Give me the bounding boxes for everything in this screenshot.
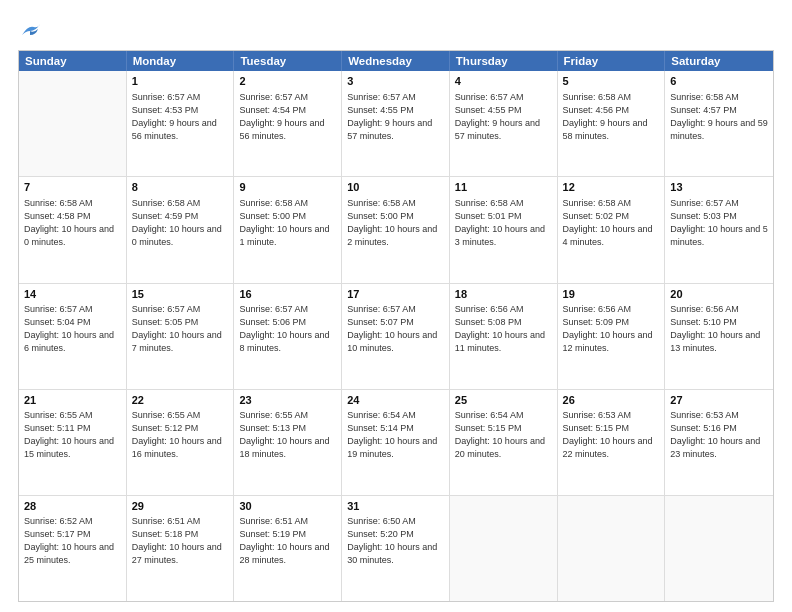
day-number: 20 bbox=[670, 287, 768, 302]
day-number: 15 bbox=[132, 287, 229, 302]
cell-info: Sunrise: 6:55 AMSunset: 5:11 PMDaylight:… bbox=[24, 409, 121, 461]
cell-info: Sunrise: 6:53 AMSunset: 5:16 PMDaylight:… bbox=[670, 409, 768, 461]
calendar-header: SundayMondayTuesdayWednesdayThursdayFrid… bbox=[19, 51, 773, 71]
calendar-cell-0-1: 1Sunrise: 6:57 AMSunset: 4:53 PMDaylight… bbox=[127, 71, 235, 176]
calendar-cell-0-5: 5Sunrise: 6:58 AMSunset: 4:56 PMDaylight… bbox=[558, 71, 666, 176]
calendar-cell-4-5 bbox=[558, 496, 666, 601]
calendar-cell-1-1: 8Sunrise: 6:58 AMSunset: 4:59 PMDaylight… bbox=[127, 177, 235, 282]
calendar-cell-4-6 bbox=[665, 496, 773, 601]
calendar-row-3: 21Sunrise: 6:55 AMSunset: 5:11 PMDayligh… bbox=[19, 390, 773, 496]
calendar-cell-4-0: 28Sunrise: 6:52 AMSunset: 5:17 PMDayligh… bbox=[19, 496, 127, 601]
page: SundayMondayTuesdayWednesdayThursdayFrid… bbox=[0, 0, 792, 612]
calendar-cell-1-6: 13Sunrise: 6:57 AMSunset: 5:03 PMDayligh… bbox=[665, 177, 773, 282]
day-number: 6 bbox=[670, 74, 768, 89]
cell-info: Sunrise: 6:58 AMSunset: 5:00 PMDaylight:… bbox=[347, 197, 444, 249]
day-number: 2 bbox=[239, 74, 336, 89]
calendar-cell-2-3: 17Sunrise: 6:57 AMSunset: 5:07 PMDayligh… bbox=[342, 284, 450, 389]
cell-info: Sunrise: 6:57 AMSunset: 5:06 PMDaylight:… bbox=[239, 303, 336, 355]
calendar-cell-3-0: 21Sunrise: 6:55 AMSunset: 5:11 PMDayligh… bbox=[19, 390, 127, 495]
day-number: 16 bbox=[239, 287, 336, 302]
cell-info: Sunrise: 6:57 AMSunset: 5:05 PMDaylight:… bbox=[132, 303, 229, 355]
header-day-monday: Monday bbox=[127, 51, 235, 71]
day-number: 18 bbox=[455, 287, 552, 302]
calendar-cell-1-2: 9Sunrise: 6:58 AMSunset: 5:00 PMDaylight… bbox=[234, 177, 342, 282]
cell-info: Sunrise: 6:58 AMSunset: 4:58 PMDaylight:… bbox=[24, 197, 121, 249]
header-day-tuesday: Tuesday bbox=[234, 51, 342, 71]
calendar: SundayMondayTuesdayWednesdayThursdayFrid… bbox=[18, 50, 774, 602]
cell-info: Sunrise: 6:51 AMSunset: 5:19 PMDaylight:… bbox=[239, 515, 336, 567]
day-number: 19 bbox=[563, 287, 660, 302]
calendar-cell-2-2: 16Sunrise: 6:57 AMSunset: 5:06 PMDayligh… bbox=[234, 284, 342, 389]
day-number: 9 bbox=[239, 180, 336, 195]
logo-text bbox=[18, 18, 42, 42]
cell-info: Sunrise: 6:58 AMSunset: 4:56 PMDaylight:… bbox=[563, 91, 660, 143]
cell-info: Sunrise: 6:55 AMSunset: 5:12 PMDaylight:… bbox=[132, 409, 229, 461]
day-number: 17 bbox=[347, 287, 444, 302]
header-day-thursday: Thursday bbox=[450, 51, 558, 71]
day-number: 22 bbox=[132, 393, 229, 408]
calendar-cell-0-6: 6Sunrise: 6:58 AMSunset: 4:57 PMDaylight… bbox=[665, 71, 773, 176]
cell-info: Sunrise: 6:57 AMSunset: 5:07 PMDaylight:… bbox=[347, 303, 444, 355]
calendar-cell-1-3: 10Sunrise: 6:58 AMSunset: 5:00 PMDayligh… bbox=[342, 177, 450, 282]
cell-info: Sunrise: 6:57 AMSunset: 5:04 PMDaylight:… bbox=[24, 303, 121, 355]
cell-info: Sunrise: 6:57 AMSunset: 4:55 PMDaylight:… bbox=[347, 91, 444, 143]
day-number: 25 bbox=[455, 393, 552, 408]
day-number: 3 bbox=[347, 74, 444, 89]
calendar-cell-0-0 bbox=[19, 71, 127, 176]
calendar-cell-3-5: 26Sunrise: 6:53 AMSunset: 5:15 PMDayligh… bbox=[558, 390, 666, 495]
calendar-cell-1-0: 7Sunrise: 6:58 AMSunset: 4:58 PMDaylight… bbox=[19, 177, 127, 282]
logo bbox=[18, 18, 42, 42]
cell-info: Sunrise: 6:54 AMSunset: 5:14 PMDaylight:… bbox=[347, 409, 444, 461]
day-number: 7 bbox=[24, 180, 121, 195]
day-number: 12 bbox=[563, 180, 660, 195]
calendar-cell-3-3: 24Sunrise: 6:54 AMSunset: 5:14 PMDayligh… bbox=[342, 390, 450, 495]
day-number: 1 bbox=[132, 74, 229, 89]
day-number: 27 bbox=[670, 393, 768, 408]
day-number: 23 bbox=[239, 393, 336, 408]
cell-info: Sunrise: 6:56 AMSunset: 5:08 PMDaylight:… bbox=[455, 303, 552, 355]
cell-info: Sunrise: 6:54 AMSunset: 5:15 PMDaylight:… bbox=[455, 409, 552, 461]
cell-info: Sunrise: 6:52 AMSunset: 5:17 PMDaylight:… bbox=[24, 515, 121, 567]
calendar-cell-2-6: 20Sunrise: 6:56 AMSunset: 5:10 PMDayligh… bbox=[665, 284, 773, 389]
day-number: 31 bbox=[347, 499, 444, 514]
logo-bird-icon bbox=[20, 23, 42, 39]
calendar-cell-1-5: 12Sunrise: 6:58 AMSunset: 5:02 PMDayligh… bbox=[558, 177, 666, 282]
calendar-cell-0-4: 4Sunrise: 6:57 AMSunset: 4:55 PMDaylight… bbox=[450, 71, 558, 176]
header bbox=[18, 18, 774, 42]
header-day-sunday: Sunday bbox=[19, 51, 127, 71]
cell-info: Sunrise: 6:58 AMSunset: 4:59 PMDaylight:… bbox=[132, 197, 229, 249]
cell-info: Sunrise: 6:57 AMSunset: 4:54 PMDaylight:… bbox=[239, 91, 336, 143]
cell-info: Sunrise: 6:56 AMSunset: 5:09 PMDaylight:… bbox=[563, 303, 660, 355]
cell-info: Sunrise: 6:53 AMSunset: 5:15 PMDaylight:… bbox=[563, 409, 660, 461]
day-number: 24 bbox=[347, 393, 444, 408]
day-number: 28 bbox=[24, 499, 121, 514]
calendar-cell-4-4 bbox=[450, 496, 558, 601]
day-number: 21 bbox=[24, 393, 121, 408]
calendar-cell-0-2: 2Sunrise: 6:57 AMSunset: 4:54 PMDaylight… bbox=[234, 71, 342, 176]
day-number: 30 bbox=[239, 499, 336, 514]
cell-info: Sunrise: 6:57 AMSunset: 4:53 PMDaylight:… bbox=[132, 91, 229, 143]
day-number: 29 bbox=[132, 499, 229, 514]
calendar-row-1: 7Sunrise: 6:58 AMSunset: 4:58 PMDaylight… bbox=[19, 177, 773, 283]
calendar-row-2: 14Sunrise: 6:57 AMSunset: 5:04 PMDayligh… bbox=[19, 284, 773, 390]
day-number: 5 bbox=[563, 74, 660, 89]
header-day-wednesday: Wednesday bbox=[342, 51, 450, 71]
cell-info: Sunrise: 6:58 AMSunset: 5:02 PMDaylight:… bbox=[563, 197, 660, 249]
calendar-cell-4-2: 30Sunrise: 6:51 AMSunset: 5:19 PMDayligh… bbox=[234, 496, 342, 601]
cell-info: Sunrise: 6:58 AMSunset: 4:57 PMDaylight:… bbox=[670, 91, 768, 143]
cell-info: Sunrise: 6:58 AMSunset: 5:01 PMDaylight:… bbox=[455, 197, 552, 249]
cell-info: Sunrise: 6:51 AMSunset: 5:18 PMDaylight:… bbox=[132, 515, 229, 567]
header-day-friday: Friday bbox=[558, 51, 666, 71]
day-number: 14 bbox=[24, 287, 121, 302]
day-number: 11 bbox=[455, 180, 552, 195]
calendar-cell-3-1: 22Sunrise: 6:55 AMSunset: 5:12 PMDayligh… bbox=[127, 390, 235, 495]
calendar-row-4: 28Sunrise: 6:52 AMSunset: 5:17 PMDayligh… bbox=[19, 496, 773, 601]
calendar-cell-3-4: 25Sunrise: 6:54 AMSunset: 5:15 PMDayligh… bbox=[450, 390, 558, 495]
day-number: 4 bbox=[455, 74, 552, 89]
day-number: 13 bbox=[670, 180, 768, 195]
cell-info: Sunrise: 6:55 AMSunset: 5:13 PMDaylight:… bbox=[239, 409, 336, 461]
calendar-cell-3-2: 23Sunrise: 6:55 AMSunset: 5:13 PMDayligh… bbox=[234, 390, 342, 495]
calendar-cell-2-1: 15Sunrise: 6:57 AMSunset: 5:05 PMDayligh… bbox=[127, 284, 235, 389]
calendar-cell-2-5: 19Sunrise: 6:56 AMSunset: 5:09 PMDayligh… bbox=[558, 284, 666, 389]
calendar-cell-1-4: 11Sunrise: 6:58 AMSunset: 5:01 PMDayligh… bbox=[450, 177, 558, 282]
